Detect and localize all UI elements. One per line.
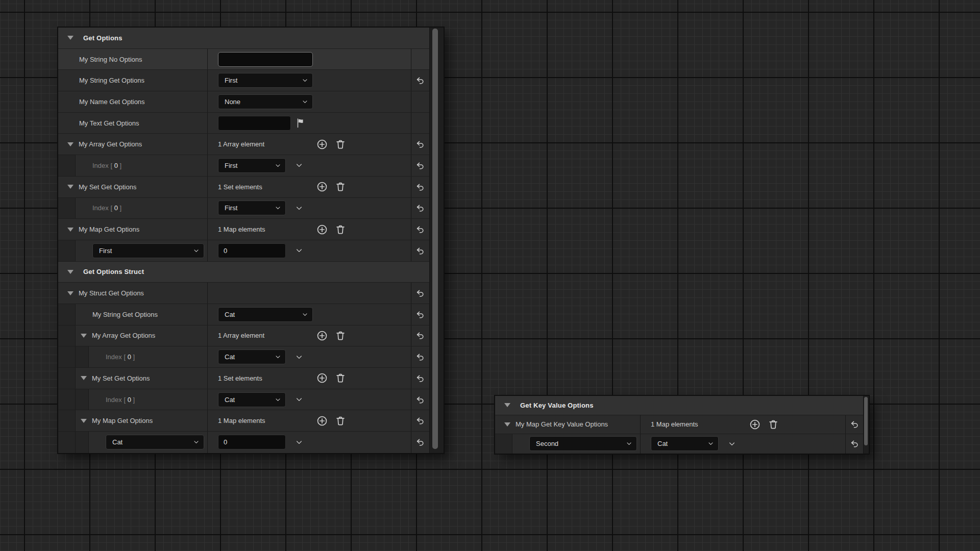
reset-cell xyxy=(411,219,429,240)
expander-triangle-icon[interactable] xyxy=(67,291,74,295)
reset-cell xyxy=(411,368,429,389)
label-content: Cat xyxy=(89,435,207,449)
map-key-dropdown[interactable]: Second xyxy=(529,436,637,451)
trash-icon[interactable] xyxy=(335,330,346,341)
text-input[interactable]: 0 xyxy=(218,435,286,449)
property-label-cell: My Name Get Options xyxy=(58,91,207,112)
undo-reset-icon[interactable] xyxy=(850,439,860,448)
undo-reset-icon[interactable] xyxy=(415,182,425,192)
text-input[interactable] xyxy=(218,52,313,67)
element-menu-chevron-icon[interactable] xyxy=(295,353,303,361)
trash-icon[interactable] xyxy=(335,224,346,235)
undo-reset-icon[interactable] xyxy=(415,395,425,405)
property-value-cell: Cat xyxy=(640,434,845,454)
value-dropdown[interactable]: Cat xyxy=(218,392,286,407)
label-content: My Name Get Options xyxy=(58,98,207,106)
add-element-icon[interactable] xyxy=(316,224,328,235)
trash-icon[interactable] xyxy=(335,372,346,384)
value-dropdown[interactable]: Cat xyxy=(651,436,719,451)
chevron-down-icon xyxy=(275,205,281,211)
value-dropdown[interactable]: First xyxy=(218,73,313,88)
undo-reset-icon[interactable] xyxy=(415,437,425,447)
undo-reset-icon[interactable] xyxy=(415,352,425,362)
property-value-cell: Cat xyxy=(207,389,411,410)
undo-reset-icon[interactable] xyxy=(415,310,425,319)
dropdown-value: First xyxy=(99,247,112,255)
property-label-cell: My Set Get Options xyxy=(58,177,207,197)
scrollbar-thumb[interactable] xyxy=(864,397,868,445)
trash-icon[interactable] xyxy=(335,139,346,150)
vertical-scrollbar[interactable] xyxy=(429,28,444,453)
undo-reset-icon[interactable] xyxy=(415,203,425,213)
add-element-icon[interactable] xyxy=(316,139,328,150)
value-dropdown[interactable]: None xyxy=(218,94,313,109)
property-label: My String Get Options xyxy=(92,311,158,318)
expander-triangle-icon[interactable] xyxy=(504,422,510,427)
chevron-down-icon xyxy=(302,98,308,105)
element-menu-chevron-icon[interactable] xyxy=(295,204,303,212)
undo-reset-icon[interactable] xyxy=(415,288,425,298)
chevron-down-icon xyxy=(275,162,281,169)
expander-triangle-icon[interactable] xyxy=(81,376,87,380)
property-row: Index [ 0 ]Cat xyxy=(58,346,429,368)
label-content: Index [ 0 ] xyxy=(76,162,207,169)
expander-triangle-icon[interactable] xyxy=(67,185,74,189)
expander-triangle-icon[interactable] xyxy=(81,419,87,423)
undo-reset-icon[interactable] xyxy=(415,416,425,425)
expander-triangle-icon[interactable] xyxy=(504,403,510,407)
chevron-down-icon xyxy=(302,311,308,318)
expander-triangle-icon[interactable] xyxy=(67,228,74,232)
text-input[interactable] xyxy=(218,116,291,131)
add-element-icon[interactable] xyxy=(316,372,328,384)
scrollbar-thumb[interactable] xyxy=(432,29,438,449)
expander-triangle-icon[interactable] xyxy=(67,270,74,274)
property-label-cell: My Text Get Options xyxy=(58,113,207,134)
label-content: My Struct Get Options xyxy=(58,289,207,297)
undo-reset-icon[interactable] xyxy=(415,224,425,234)
add-element-icon[interactable] xyxy=(316,330,328,341)
map-key-dropdown[interactable]: First xyxy=(92,243,204,258)
details-panel-get-key-value-options: Get Key Value OptionsMy Map Get Key Valu… xyxy=(495,396,869,454)
property-value-cell: 1 Map elements xyxy=(640,415,845,434)
map-key-dropdown[interactable]: Cat xyxy=(106,435,204,449)
category-header[interactable]: Get Key Value Options xyxy=(495,396,863,415)
undo-reset-icon[interactable] xyxy=(415,139,425,149)
undo-reset-icon[interactable] xyxy=(850,419,860,429)
element-menu-chevron-icon[interactable] xyxy=(295,438,303,446)
expander-triangle-icon[interactable] xyxy=(67,36,74,40)
label-content: My Set Get Options xyxy=(76,374,207,382)
expander-triangle-icon[interactable] xyxy=(81,334,87,338)
value-dropdown[interactable]: First xyxy=(218,201,286,215)
undo-reset-icon[interactable] xyxy=(415,161,425,170)
add-element-icon[interactable] xyxy=(749,419,761,430)
trash-icon[interactable] xyxy=(768,419,779,430)
flag-icon[interactable] xyxy=(295,117,306,129)
text-input[interactable]: 0 xyxy=(218,243,286,258)
element-menu-chevron-icon[interactable] xyxy=(295,246,303,255)
add-element-icon[interactable] xyxy=(316,415,328,427)
category-header[interactable]: Get Options Struct xyxy=(58,262,429,283)
undo-reset-icon[interactable] xyxy=(415,76,425,85)
undo-reset-icon[interactable] xyxy=(415,246,425,256)
label-content: My Array Get Options xyxy=(58,140,207,148)
property-row: Index [ 0 ]Cat xyxy=(58,389,429,411)
details-rows: Get Key Value OptionsMy Map Get Key Valu… xyxy=(495,396,863,454)
value-dropdown[interactable]: Cat xyxy=(218,349,286,364)
expander-triangle-icon[interactable] xyxy=(67,142,74,146)
element-menu-chevron-icon[interactable] xyxy=(295,161,303,169)
value-dropdown[interactable]: First xyxy=(218,158,286,173)
property-row: My Set Get Options1 Set elements xyxy=(58,177,429,198)
element-menu-chevron-icon[interactable] xyxy=(728,440,736,448)
trash-icon[interactable] xyxy=(335,415,346,427)
value-dropdown[interactable]: Cat xyxy=(218,307,313,322)
indent-guide xyxy=(58,240,76,261)
undo-reset-icon[interactable] xyxy=(415,373,425,383)
indent-guide xyxy=(76,432,89,453)
trash-icon[interactable] xyxy=(335,181,346,192)
add-element-icon[interactable] xyxy=(316,181,328,192)
undo-reset-icon[interactable] xyxy=(415,331,425,340)
vertical-scrollbar[interactable] xyxy=(863,396,869,454)
property-value-cell: Cat xyxy=(207,346,411,367)
category-header[interactable]: Get Options xyxy=(58,28,429,49)
element-menu-chevron-icon[interactable] xyxy=(295,395,303,404)
